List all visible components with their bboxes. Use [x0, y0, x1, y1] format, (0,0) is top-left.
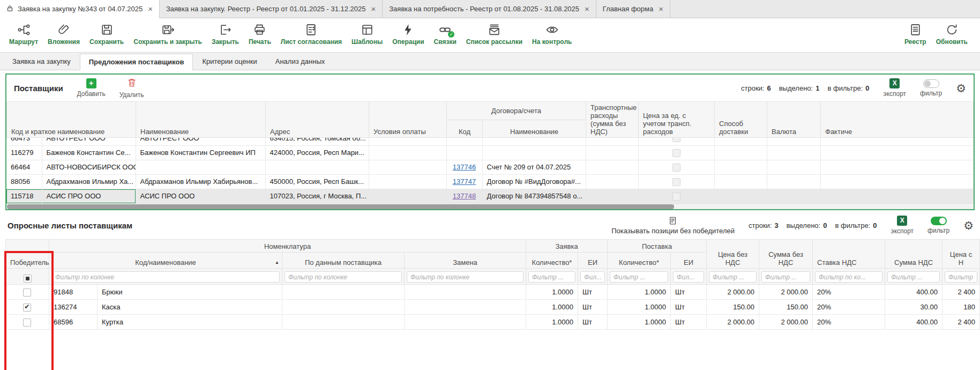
tab-evaluation-criteria[interactable]: Критерии оценки	[193, 53, 266, 70]
col-header-contract-name[interactable]: Наименование	[483, 120, 586, 138]
col-header-vat-rate[interactable]: Ставка НДС	[813, 240, 885, 269]
col-header-currency[interactable]: Валюта	[767, 102, 821, 138]
supplier-row[interactable]: 88056 Абдрахманов Ильмир Ха... Абдрахман…	[6, 174, 974, 189]
horizontal-scrollbar-thumb[interactable]	[7, 204, 674, 209]
refresh-button[interactable]: Обновить	[931, 21, 972, 47]
filter-input-sum-no-vat[interactable]	[761, 271, 810, 283]
mailing-list-button[interactable]: Список рассылки	[461, 21, 527, 47]
filter-input-price-no-vat[interactable]	[709, 271, 757, 283]
toggle-on-switch[interactable]	[931, 217, 947, 225]
gear-icon[interactable]: ⚙	[963, 220, 974, 231]
contract-code-link[interactable]: 137747	[453, 177, 476, 186]
supplier-row[interactable]: 116279 Баженов Константин Се... Баженов …	[6, 145, 974, 160]
delete-supplier-button[interactable]: Удалить	[119, 77, 144, 99]
col-header-contract-code[interactable]: Код	[447, 120, 483, 138]
col-header-actual[interactable]: Фактиче	[821, 102, 974, 138]
col-header-replacement[interactable]: Замена	[405, 253, 526, 269]
route-button[interactable]: Маршрут	[4, 21, 43, 47]
attachments-button[interactable]: Вложения	[43, 21, 85, 47]
filter-input-by-supplier[interactable]	[285, 271, 402, 283]
filter-input-price-with-vat[interactable]	[945, 271, 977, 283]
questionnaire-filter-toggle[interactable]: фильтр	[927, 217, 949, 234]
suppliers-table-header: Код и краткое наименование Наименование …	[6, 101, 974, 138]
supplier-row[interactable]: 66473 АВТОТРЕСТ ООО АВТОТРЕСТ ООО 634015…	[6, 138, 974, 145]
links-button[interactable]: ✓ Связки	[429, 21, 461, 47]
col-header-transport-costs[interactable]: Транспортные расходы (сумма без НДС)	[586, 102, 639, 138]
registry-button[interactable]: Реестр	[900, 21, 931, 47]
winner-checkbox[interactable]	[23, 319, 31, 327]
supplier-name: АВТОТРЕСТ ООО	[136, 138, 265, 145]
col-header-price-no-vat[interactable]: Цена без НДС	[707, 240, 759, 269]
questionnaire-row[interactable]: 68596 Куртка 1.0000 Шт 1.0000 Шт 2 000.0…	[6, 315, 980, 330]
price-per-unit-checkbox[interactable]	[672, 178, 680, 186]
filter-input-vat-rate[interactable]	[815, 271, 882, 283]
contract-code-link[interactable]: 137746	[453, 163, 476, 171]
col-header-address[interactable]: Адрес	[266, 102, 369, 138]
export-excel-button[interactable]: X экспорт	[891, 216, 914, 235]
sort-asc-icon[interactable]: ▲	[275, 260, 279, 265]
filter-input-code-name[interactable]	[51, 271, 280, 283]
col-header-ei-supply[interactable]: ЕИ	[671, 253, 707, 269]
tab-data-analysis[interactable]: Анализ данных	[266, 53, 334, 70]
close-button[interactable]: Закрыть	[207, 21, 244, 47]
export-excel-button[interactable]: X экспорт	[884, 78, 907, 98]
suppliers-filter-toggle[interactable]: фильтр	[920, 79, 942, 97]
filter-input-vat-sum[interactable]	[887, 271, 940, 283]
approval-sheet-button[interactable]: Лист согласования	[276, 21, 347, 47]
filter-input-qty-supply[interactable]	[610, 271, 668, 283]
questionnaire-row[interactable]: 91848 Брюки 1.0000 Шт 1.0000 Шт 2 000.00…	[6, 285, 980, 300]
close-tab-icon[interactable]: ×	[659, 5, 663, 13]
save-and-close-button[interactable]: Сохранить и закрыть	[129, 21, 207, 47]
col-header-sum-no-vat[interactable]: Сумма без НДС	[759, 240, 813, 269]
winner-checkbox[interactable]	[23, 288, 31, 297]
add-supplier-button[interactable]: + Добавить	[77, 78, 106, 98]
filter-input-ei-request[interactable]	[580, 271, 605, 283]
horizontal-scrollbar-track[interactable]	[6, 203, 974, 209]
toggle-off-switch[interactable]	[923, 79, 939, 88]
close-tab-icon[interactable]: ×	[148, 5, 153, 13]
save-button[interactable]: Сохранить	[85, 21, 129, 47]
winner-checkbox-checked[interactable]	[23, 304, 31, 312]
show-positions-without-winners-control[interactable]: Показывать позиции без победителей	[611, 216, 735, 235]
close-tab-icon[interactable]: ×	[585, 5, 589, 13]
filter-input-ei-supply[interactable]	[673, 271, 704, 283]
price-per-unit-checkbox[interactable]	[672, 164, 680, 172]
price-per-unit-checkbox[interactable]	[672, 149, 680, 157]
price-per-unit-checkbox[interactable]	[672, 193, 680, 201]
col-header-name[interactable]: Наименование	[136, 102, 266, 138]
templates-button[interactable]: Шаблоны	[347, 21, 387, 47]
col-header-qty-request[interactable]: Количество*	[526, 253, 578, 269]
gear-icon[interactable]: ⚙	[956, 83, 966, 94]
close-tab-icon[interactable]: ×	[371, 5, 376, 13]
questionnaire-row[interactable]: 136274 Каска 1.0000 Шт 1.0000 Шт 150.00 …	[6, 300, 980, 315]
print-button[interactable]: Печать	[244, 21, 276, 47]
filter-input-qty-request[interactable]	[528, 271, 575, 283]
col-header-price-with-vat[interactable]: Цена с Н	[942, 240, 980, 269]
col-header-price-per-unit[interactable]: Цена за ед. с учетом трансп. расходов	[639, 102, 715, 138]
operations-button[interactable]: Операции	[387, 21, 429, 47]
col-header-vat-sum[interactable]: Сумма НДС	[885, 240, 942, 269]
col-header-winner[interactable]: Победитель	[6, 240, 49, 269]
price-per-unit-cell	[638, 174, 714, 189]
window-tab-purchase-request[interactable]: Заявка на закупку №343 от 04.07.2025 ×	[0, 0, 160, 18]
col-header-code-shortname[interactable]: Код и краткое наименование	[7, 102, 136, 138]
tab-purchase-request[interactable]: Заявка на закупку	[3, 53, 80, 70]
window-tab-main-form[interactable]: Главная форма ×	[596, 0, 670, 18]
col-header-qty-supply[interactable]: Количество*	[608, 253, 671, 269]
select-all-checkbox[interactable]	[24, 275, 32, 283]
col-header-delivery-method[interactable]: Способ доставки	[715, 102, 767, 138]
window-tab-need-registry[interactable]: Заявка на потребность - Реестр от 01.08.…	[383, 0, 596, 18]
contract-code-link[interactable]: 137748	[453, 192, 476, 200]
col-header-ei-request[interactable]: ЕИ	[578, 253, 608, 269]
col-header-payment-terms[interactable]: Условия оплаты	[369, 102, 447, 138]
window-tab-purchase-registry[interactable]: Заявка на закупку. Реестр - Реестр от 01…	[160, 0, 383, 18]
tab-supplier-offers[interactable]: Предложения поставщиков	[80, 54, 193, 70]
filter-input-replacement[interactable]	[407, 271, 523, 283]
rows-stat-label: строки:	[749, 221, 772, 230]
supplier-row-selected[interactable]: 115718 АСИС ПРО ООО АСИС ПРО ООО 107023,…	[6, 189, 974, 203]
col-header-by-supplier[interactable]: По данным поставщика	[282, 253, 405, 269]
on-control-button[interactable]: На контроль	[527, 21, 577, 47]
supplier-row[interactable]: 66464 АВТО-НОВОСИБИРСК ООО 137746 Счет №…	[6, 160, 974, 174]
col-header-code-name[interactable]: Код/наименование▲	[49, 253, 282, 269]
price-per-unit-checkbox[interactable]	[672, 138, 680, 142]
